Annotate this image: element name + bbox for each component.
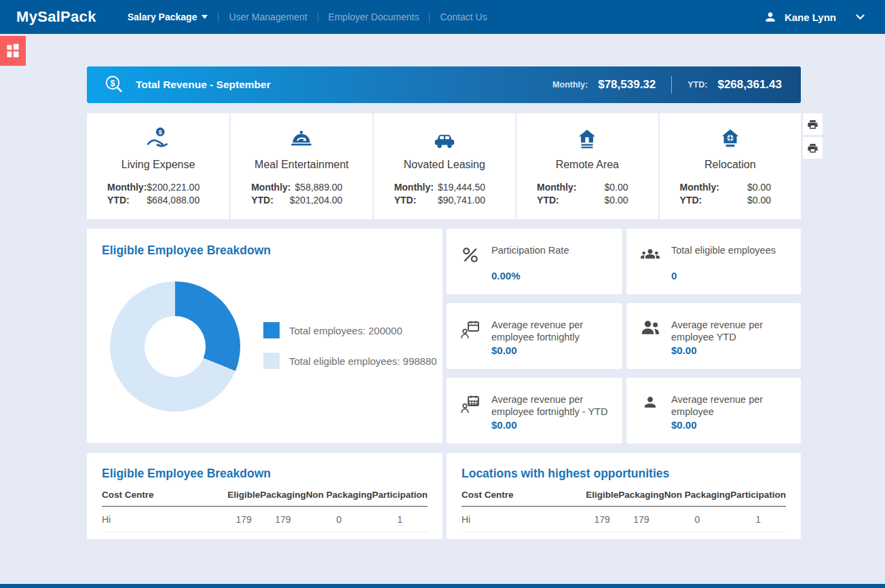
table-row[interactable]: Hi 179 179 0 1 — [102, 507, 428, 532]
stat-card-title: Remote Area — [516, 159, 658, 171]
user-icon — [764, 10, 777, 24]
kpi-card-total-eligible-employees: Total eligible employees 0 — [626, 229, 801, 294]
stat-cards-row: $ Living Expense Monthly:$200,221.00 YTD… — [87, 113, 801, 219]
stat-card-title: Relocation — [660, 159, 801, 171]
column-header: Eligible — [227, 490, 260, 507]
kpi-value: $0.00 — [491, 345, 517, 356]
eligible-employee-table-card: Eligible Employee Breakdown Cost Centre … — [87, 453, 442, 539]
monthly-label: Monthly: — [394, 181, 434, 194]
donut-chart[interactable] — [110, 281, 240, 412]
legend-label: Total employees: 200000 — [289, 325, 402, 336]
legend-swatch-light — [263, 353, 280, 369]
employee-breakdown-chart-card: Eligible Employee Breakdown Total employ… — [87, 229, 442, 443]
kpi-title: Average revenue per employee fortnightly… — [491, 393, 613, 418]
monthly-value: $58,889.00 — [295, 181, 343, 194]
locations-opportunities-table-card: Locations with highest opportunities Cos… — [447, 453, 801, 539]
legend-item[interactable]: Total employees: 200000 — [263, 322, 437, 338]
nav-item-employer-documents[interactable]: Employer Documents — [328, 12, 419, 22]
cell-participation: 1 — [730, 507, 786, 532]
table-row[interactable]: Hi 179 179 0 1 — [462, 507, 786, 532]
cell-non-packaging: 0 — [306, 507, 373, 532]
banner-ytd-label: YTD: — [688, 80, 707, 90]
nav-divider — [218, 12, 219, 22]
stat-card-remote-area: Remote Area Monthly:$0.00 YTD:$0.00 — [516, 113, 658, 219]
ytd-label: YTD: — [680, 194, 702, 207]
chevron-down-icon — [856, 14, 865, 20]
relocation-house-icon — [660, 125, 801, 153]
main-nav: Salary Package User Management Employer … — [128, 12, 764, 22]
monthly-label: Monthly: — [537, 181, 576, 194]
legend-label: Total eligible employees: 998880 — [289, 355, 437, 367]
people-group-icon — [640, 245, 660, 261]
kpi-card-avg-revenue-per-employee: Average revenue per employee $0.00 — [626, 378, 801, 444]
banner-ytd-value: $268,361.43 — [717, 78, 782, 92]
kpi-title: Average revenue per employee — [671, 393, 791, 418]
cell-participation: 1 — [372, 507, 428, 532]
kpi-title: Average revenue per employee fortnightly — [491, 319, 613, 343]
print-buttons — [803, 113, 823, 159]
monthly-value: $0.00 — [605, 181, 628, 194]
printer-icon — [807, 142, 818, 154]
footer-bar — [0, 584, 885, 588]
ytd-label: YTD: — [394, 194, 417, 207]
table-title: Eligible Employee Breakdown — [102, 467, 428, 481]
eligible-employee-table: Cost Centre Eligible Packaging Non Packa… — [102, 490, 428, 532]
legend-swatch-dark — [263, 322, 280, 338]
kpi-value: 0 — [671, 270, 677, 281]
svg-text:$: $ — [111, 79, 115, 88]
user-menu[interactable]: Kane Lynn — [764, 10, 865, 24]
person-calendar-grid-icon — [460, 394, 481, 414]
stat-card-values: Monthly:$200,221.00 YTD:$684,088.00 — [87, 181, 229, 207]
user-name: Kane Lynn — [785, 12, 836, 23]
legend-item[interactable]: Total eligible employees: 998880 — [263, 353, 437, 369]
cell-cost-centre: Hi — [462, 507, 586, 532]
kpi-card-avg-revenue-fortnightly: Average revenue per employee fortnightly… — [447, 303, 622, 369]
stat-card-meal-entertainment: Meal Entertainment Monthly:$58,889.00 YT… — [231, 113, 372, 219]
print-button-2[interactable] — [803, 137, 823, 159]
ytd-label: YTD: — [251, 194, 274, 207]
person-icon — [640, 394, 660, 410]
quick-menu-button[interactable] — [0, 36, 26, 66]
total-revenue-banner: $ Total Revenue - September Monthly: $78… — [87, 66, 801, 103]
print-button-1[interactable] — [803, 113, 823, 135]
monthly-value: $0.00 — [747, 181, 771, 194]
nav-item-contact-us-label: Contact Us — [440, 12, 487, 22]
kpi-cards-grid: Participation Rate 0.00% Total eligible … — [447, 229, 801, 444]
stat-card-values: Monthly:$19,444.50 YTD:$90,741.00 — [374, 181, 515, 207]
kpi-value: $0.00 — [671, 345, 697, 356]
table-header-row: Cost Centre Eligible Packaging Non Packa… — [462, 490, 786, 507]
nav-item-employer-documents-label: Employer Documents — [328, 12, 419, 22]
stat-card-title: Meal Entertainment — [231, 159, 372, 171]
dollar-search-icon: $ — [103, 74, 125, 96]
kpi-value: $0.00 — [491, 419, 517, 431]
column-header: Packaging — [260, 490, 306, 507]
banner-monthly-label: Monthly: — [552, 80, 588, 90]
person-calendar-icon — [460, 319, 481, 340]
hand-dollar-icon: $ — [87, 125, 229, 153]
kpi-title: Total eligible employees — [671, 244, 776, 256]
monthly-label: Monthly: — [251, 181, 290, 194]
card-title: Eligible Employee Breakdown — [102, 243, 428, 258]
printer-icon — [807, 119, 818, 130]
column-header: Cost Centre — [102, 490, 227, 507]
column-header: Packaging — [618, 490, 664, 507]
banner-divider — [671, 76, 672, 94]
monthly-value: $200,221.00 — [147, 181, 200, 194]
ytd-label: YTD: — [107, 194, 130, 207]
stat-card-values: Monthly:$0.00 YTD:$0.00 — [516, 181, 658, 207]
svg-text:$: $ — [159, 128, 163, 136]
cell-packaging: 179 — [260, 507, 306, 532]
cell-eligible: 179 — [227, 507, 260, 532]
column-header: Participation — [372, 490, 428, 507]
ytd-value: $0.00 — [605, 194, 628, 207]
nav-item-salary-package[interactable]: Salary Package — [128, 12, 208, 22]
banner-values: Monthly: $78,539.32 YTD: $268,361.43 — [552, 76, 782, 94]
table-header-row: Cost Centre Eligible Packaging Non Packa… — [102, 490, 428, 507]
ytd-value: $0.00 — [747, 194, 771, 207]
brand-logo[interactable]: MySalPack — [16, 8, 96, 26]
nav-item-contact-us[interactable]: Contact Us — [440, 12, 487, 22]
remote-house-icon — [516, 125, 658, 153]
nav-item-user-management[interactable]: User Management — [229, 12, 307, 22]
kpi-title: Average revenue per employee YTD — [671, 319, 791, 343]
monthly-value: $19,444.50 — [438, 181, 485, 194]
